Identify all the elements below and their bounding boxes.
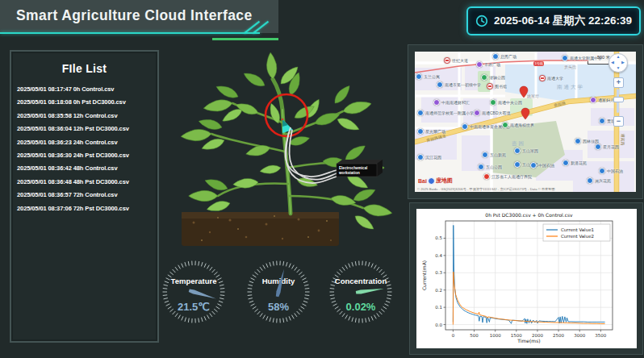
svg-text:0.5: 0.5 xyxy=(435,235,442,240)
baidu-logo: Bai 度地图 xyxy=(418,177,453,185)
svg-text:2500: 2500 xyxy=(553,333,564,338)
svg-text:0h Pst DC3000.csv + 0h Control: 0h Pst DC3000.csv + 0h Control.csv xyxy=(485,212,573,218)
svg-text:500: 500 xyxy=(470,333,479,338)
svg-text:0.3: 0.3 xyxy=(435,270,442,275)
file-list-item[interactable]: 2025/05/01 08:17:47 0h Control.csv xyxy=(17,83,157,96)
workstation-box: Electrochemical workstation xyxy=(337,160,383,177)
gauge-label: Concentration xyxy=(335,277,387,285)
smart-agriculture-dashboard: Smart Agriculture Cloud Interface 2025-0… xyxy=(0,0,644,358)
svg-text:0.1: 0.1 xyxy=(435,305,442,310)
gauge-value: 58% xyxy=(268,301,289,313)
datetime-text: 2025-06-14 星期六 22:26:39 xyxy=(494,14,632,28)
gauge-label: Humidity xyxy=(262,277,295,285)
header-green-line xyxy=(212,38,278,40)
workstation-label-line1: Electrochemical xyxy=(339,166,367,170)
svg-text:Time(ms): Time(ms) xyxy=(516,338,540,343)
file-list-item[interactable]: 2025/05/01 08:36:23 24h Control.csv xyxy=(17,136,157,149)
map-tiles xyxy=(415,52,636,192)
file-list: 2025/05/01 08:17:47 0h Control.csv2025/0… xyxy=(11,83,157,215)
gauge-value: 21.5℃ xyxy=(178,301,210,313)
svg-text:0.2: 0.2 xyxy=(435,288,442,293)
baidu-paw-icon xyxy=(428,177,435,185)
compass-control[interactable]: ▲▼ ◀▶ xyxy=(608,53,628,73)
file-list-item[interactable]: 2025/05/01 08:36:30 24h Pst DC3000.csv xyxy=(17,149,157,162)
svg-text:Current Value1: Current Value1 xyxy=(561,227,594,232)
svg-text:2000: 2000 xyxy=(532,333,543,338)
workstation-label-line2: workstation xyxy=(338,171,360,175)
gauge-concentration: Concentration 0.02% xyxy=(324,256,397,328)
datetime-badge: 2025-06-14 星期六 22:26:39 xyxy=(466,6,641,35)
gauge-humidity: Humidity 58% xyxy=(242,256,315,328)
gauge-needle xyxy=(189,289,217,301)
metro-line-badge: 1号线 xyxy=(533,61,544,66)
gauges-row: Temperature 21.5℃ Humidity 58% Concentra… xyxy=(155,256,413,336)
svg-text:0: 0 xyxy=(452,333,455,338)
clock-icon xyxy=(475,15,488,27)
file-list-item[interactable]: 2025/05/01 08:35:58 12h Control.csv xyxy=(17,110,157,123)
file-list-item[interactable]: 2025/05/01 08:36:42 48h Control.csv xyxy=(17,162,157,175)
svg-text:Current Value2: Current Value2 xyxy=(561,234,594,239)
current-chart: 05001000150020002500300035000.00.10.20.3… xyxy=(416,209,637,348)
file-list-item[interactable]: 2025/05/01 08:36:04 12h Pst DC3000.csv xyxy=(17,123,157,135)
map-attribution: © 2025 Baidu - GS(2023)3206号 - 甲测资字11111… xyxy=(417,187,555,191)
chart-panel: 05001000150020002500300035000.00.10.20.3… xyxy=(409,202,643,355)
gauge-temperature: Temperature 21.5℃ xyxy=(157,256,230,328)
chart-canvas: 05001000150020002500300035000.00.10.20.3… xyxy=(416,209,637,348)
svg-text:0.0: 0.0 xyxy=(435,323,442,327)
gauge-label: Temperature xyxy=(171,277,217,285)
svg-text:Current(mA): Current(mA) xyxy=(421,260,427,290)
zoom-slider-handle[interactable] xyxy=(613,97,624,102)
soil-strip xyxy=(182,212,339,246)
page-title: Smart Agriculture Cloud Interface xyxy=(16,7,253,24)
zoom-in-button[interactable]: + xyxy=(613,77,624,88)
file-list-item[interactable]: 2025/05/01 08:18:08 0h Pst DC3000.csv xyxy=(17,96,157,109)
svg-text:1000: 1000 xyxy=(490,333,501,338)
gauge-needle xyxy=(356,286,384,294)
svg-text:0.4: 0.4 xyxy=(435,253,442,258)
file-list-title: FIle List xyxy=(11,62,157,75)
plant-figure: Electrochemical workstation xyxy=(161,47,404,264)
file-list-panel: FIle List 2025/05/01 08:17:47 0h Control… xyxy=(10,50,159,343)
svg-text:1500: 1500 xyxy=(511,333,522,338)
map-canvas[interactable]: 世纪大道市政广场启秀广场南通大学附属中学贵头街玉兰公寓绿轴公园南通大学图书馆南通… xyxy=(415,52,636,192)
map-panel: 世纪大道市政广场启秀广场南通大学附属中学贵头街玉兰公寓绿轴公园南通大学图书馆南通… xyxy=(408,44,643,199)
header-underline xyxy=(0,32,260,34)
file-list-item[interactable]: 2025/05/01 08:36:57 72h Control.csv xyxy=(17,189,157,202)
gauge-value: 0.02% xyxy=(346,301,376,313)
file-list-item[interactable]: 2025/05/01 08:37:06 72h Pst DC3000.csv xyxy=(17,202,157,215)
svg-text:3500: 3500 xyxy=(595,333,606,338)
svg-text:3000: 3000 xyxy=(574,333,585,338)
file-list-item[interactable]: 2025/05/01 08:36:48 48h Pst DC3000.csv xyxy=(17,176,157,189)
zoom-out-button[interactable]: − xyxy=(613,116,624,127)
